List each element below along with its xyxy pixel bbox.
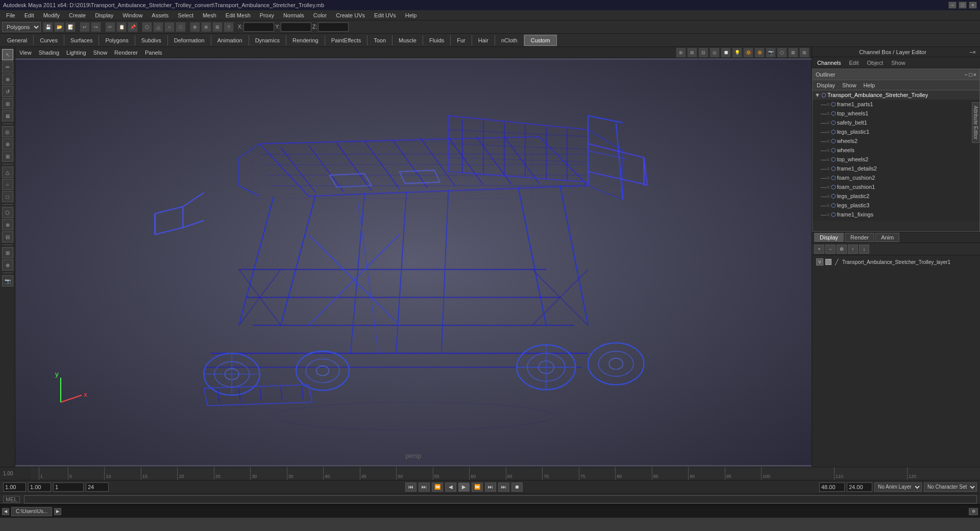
tab-rendering[interactable]: Rendering	[286, 35, 325, 45]
tool-ipr[interactable]: ⊕	[2, 219, 13, 230]
menu-color[interactable]: Color	[309, 11, 331, 19]
tool-soft-select[interactable]: ◎	[2, 126, 13, 137]
bt-tab-anim[interactable]: Anim	[875, 233, 899, 242]
timeline-tick[interactable]: 70	[542, 467, 549, 480]
vp-tb-icon-6[interactable]: 💡	[732, 47, 742, 58]
taskbar-item-maya[interactable]: C:\Users\Us...	[11, 507, 52, 516]
list-item[interactable]: —○ ⬡ legs_plastic3	[813, 201, 979, 210]
list-item[interactable]: —○ ⬡ foam_cushion_fixings	[813, 219, 979, 221]
layer-move-down-button[interactable]: ↓	[859, 245, 869, 254]
toolbar-icon-7[interactable]: 📋	[116, 22, 127, 32]
taskbar-scroll-right[interactable]: ▶	[54, 508, 61, 515]
end-frame-input2[interactable]	[847, 482, 872, 492]
tool-paint[interactable]: ✏	[2, 61, 13, 73]
vp-menu-renderer[interactable]: Renderer	[112, 49, 140, 57]
list-item[interactable]: —○ ⬡ top_wheels1	[813, 109, 979, 118]
out-menu-display[interactable]: Display	[815, 81, 837, 89]
tab-dynamics[interactable]: Dynamics	[249, 35, 286, 45]
list-item[interactable]: —○ ⬡ foam_cushion1	[813, 182, 979, 191]
list-item[interactable]: —○ ⬡ wheels	[813, 146, 979, 155]
tool-scale[interactable]: ⊞	[2, 98, 13, 109]
list-item[interactable]: —○ ⬡ frame1_details2	[813, 164, 979, 173]
timeline-tick[interactable]: 5	[68, 467, 72, 480]
tool-camera[interactable]: 📷	[2, 275, 13, 286]
timeline-tick[interactable]: 100	[761, 467, 770, 480]
jump-end-button[interactable]: ⏭	[498, 482, 509, 492]
timeline-tick[interactable]: 1	[39, 467, 43, 480]
menu-create-uvs[interactable]: Create UVs	[332, 11, 369, 19]
tab-curves[interactable]: Curves	[34, 35, 64, 45]
toolbar-icon-12[interactable]: □	[176, 22, 186, 32]
tab-custom[interactable]: Custom	[524, 35, 557, 46]
timeline[interactable]: 1.00 15101520253035404550556065707580859…	[0, 467, 980, 480]
timeline-tick[interactable]: 60	[469, 467, 476, 480]
tab-muscle[interactable]: Muscle	[393, 35, 423, 45]
menu-mesh[interactable]: Mesh	[199, 11, 220, 19]
menu-assets[interactable]: Assets	[148, 11, 173, 19]
layer-visibility-toggle[interactable]: V	[816, 258, 823, 266]
vp-tb-icon-grid[interactable]: ⊞	[799, 47, 810, 58]
list-item[interactable]: ▼ ⬡ Transport_Ambulance_Stretcher_Trolle…	[813, 90, 979, 100]
list-item[interactable]: —○ ⬡ foam_cushion2	[813, 173, 979, 182]
tab-painteffects[interactable]: PaintEffects	[325, 35, 368, 45]
cb-tab-channels[interactable]: Channels	[815, 59, 843, 67]
jump-start-button[interactable]: ⏮	[405, 482, 416, 492]
tool-transform[interactable]: ⊕	[2, 74, 13, 85]
current-frame-input[interactable]	[53, 482, 84, 492]
vp-tb-icon-3[interactable]: ⊟	[698, 47, 708, 58]
cb-tab-object[interactable]: Object	[865, 59, 885, 67]
tab-polygons[interactable]: Polygons	[99, 35, 135, 45]
anim-layer-select[interactable]: No Anim Layer	[874, 482, 922, 492]
mode-selector[interactable]: Polygons	[2, 22, 41, 32]
tab-animation[interactable]: Animation	[211, 35, 249, 45]
menu-modify[interactable]: Modify	[39, 11, 64, 19]
play-back-button[interactable]: ◀	[445, 482, 456, 492]
tool-paint2[interactable]: ⊞	[2, 151, 13, 162]
toolbar-icon-2[interactable]: 📂	[54, 22, 64, 32]
step-forward-button[interactable]: ⏭	[485, 482, 496, 492]
taskbar-scroll-left[interactable]: ◀	[2, 508, 9, 515]
tab-hair[interactable]: Hair	[472, 35, 495, 45]
list-item[interactable]: —○ ⬡ legs_plastic2	[813, 191, 979, 201]
outliner-minimize[interactable]: −	[964, 71, 967, 78]
outliner-content[interactable]: ▼ ⬡ Transport_Ambulance_Stretcher_Trolle…	[813, 90, 979, 221]
vp-tb-icon-res[interactable]: ⊠	[788, 47, 798, 58]
layer-item[interactable]: V ╱ Transport_Ambulance_Stretcher_Trolle…	[814, 257, 978, 267]
prev-key-button[interactable]: ⏪	[432, 482, 443, 492]
timeline-tick[interactable]: 85	[652, 467, 658, 480]
toolbar-icon-8[interactable]: 📌	[128, 22, 138, 32]
tool-select[interactable]: ↖	[2, 49, 13, 60]
timeline-tick[interactable]: 15	[141, 467, 148, 480]
vp-menu-show[interactable]: Show	[91, 49, 110, 57]
taskbar-icon-settings[interactable]: ⚙	[969, 508, 978, 515]
layer-options-button[interactable]: ⚙	[837, 245, 847, 254]
tool-rotate[interactable]: ↺	[2, 86, 13, 97]
timeline-tick[interactable]: 120	[907, 467, 916, 480]
tool-show-manip[interactable]: ⊗	[2, 259, 13, 271]
list-item[interactable]: —○ ⬡ top_wheels2	[813, 155, 979, 164]
timeline-tick[interactable]: 55	[433, 467, 439, 480]
outliner-close[interactable]: ×	[973, 71, 976, 78]
tab-surfaces[interactable]: Surfaces	[64, 35, 99, 45]
toolbar-icon-16[interactable]: ?	[224, 22, 234, 32]
list-item[interactable]: —○ ⬡ safety_belt1	[813, 118, 979, 127]
outliner-restore[interactable]: □	[969, 71, 972, 78]
toolbar-icon-11[interactable]: ○	[164, 22, 175, 32]
tab-deformation[interactable]: Deformation	[168, 35, 211, 45]
record-button[interactable]: ⏺	[511, 482, 523, 492]
vp-tb-icon-render[interactable]: ⬡	[777, 47, 787, 58]
maximize-button[interactable]: □	[959, 2, 967, 9]
timeline-tick[interactable]: 10	[104, 467, 111, 480]
menu-window[interactable]: Window	[118, 11, 146, 19]
timeline-tick[interactable]: 40	[323, 467, 330, 480]
play-forward-button[interactable]: ▶	[458, 482, 470, 492]
timeline-tick[interactable]: 25	[214, 467, 220, 480]
timeline-tick[interactable]: 95	[725, 467, 731, 480]
toolbar-icon-14[interactable]: ⊗	[201, 22, 211, 32]
tool-snap-curve[interactable]: ○	[2, 179, 13, 190]
tab-fur[interactable]: Fur	[451, 35, 472, 45]
layer-delete-button[interactable]: −	[825, 245, 836, 254]
toolbar-icon-9[interactable]: ⬡	[142, 22, 152, 32]
vp-tb-icon-camera[interactable]: 📷	[766, 47, 776, 58]
character-set-select[interactable]: No Character Set	[924, 482, 977, 492]
